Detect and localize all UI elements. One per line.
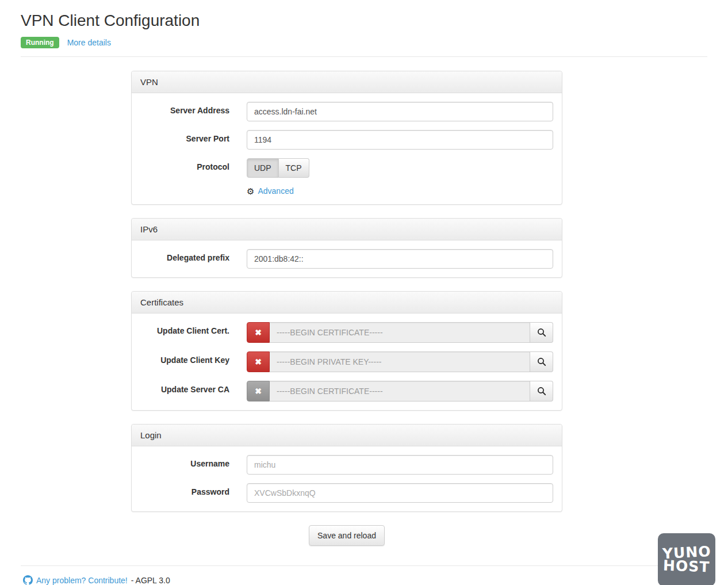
panel-ipv6: IPv6 Delegated prefix	[131, 218, 562, 278]
panel-login: Login Username Password	[131, 424, 562, 512]
panel-vpn: VPN Server Address Server Port Protocol	[131, 71, 562, 205]
yunohost-logo: YUNO HOST	[658, 533, 715, 585]
client-key-clear-button[interactable]: ✖	[247, 351, 270, 372]
page-footer: Any problem? Contribute! - AGPL 3.0	[21, 565, 707, 585]
server-address-label: Server Address	[140, 102, 247, 115]
username-row: Username	[140, 455, 553, 475]
page-title: VPN Client Configuration	[21, 12, 707, 30]
advanced-row: ⚙ Advanced	[247, 186, 553, 196]
client-key-row: Update Client Key ✖	[140, 351, 553, 372]
config-form: VPN Server Address Server Port Protocol	[131, 71, 562, 546]
server-ca-input[interactable]	[270, 381, 530, 402]
delegated-prefix-label: Delegated prefix	[140, 249, 247, 262]
page-header: VPN Client Configuration Running More de…	[21, 12, 707, 57]
github-icon	[23, 575, 33, 585]
client-cert-browse-button[interactable]	[530, 322, 553, 343]
status-row: Running More details	[21, 37, 707, 48]
panel-login-title: Login	[132, 425, 562, 446]
client-cert-input[interactable]	[270, 322, 530, 343]
server-port-row: Server Port	[140, 130, 553, 150]
license-text: - AGPL 3.0	[131, 576, 170, 585]
save-row: Save and reload	[131, 525, 562, 546]
client-key-input[interactable]	[270, 351, 530, 372]
search-icon	[537, 328, 546, 337]
status-badge: Running	[21, 37, 59, 48]
server-ca-row: Update Server CA ✖	[140, 381, 553, 402]
search-icon	[537, 387, 546, 396]
server-ca-browse-button[interactable]	[530, 381, 553, 402]
client-key-label: Update Client Key	[140, 351, 247, 365]
password-input[interactable]	[247, 483, 553, 503]
more-details-link[interactable]: More details	[67, 38, 111, 47]
server-port-label: Server Port	[140, 130, 247, 143]
protocol-udp-button[interactable]: UDP	[247, 158, 279, 178]
password-row: Password	[140, 483, 553, 503]
remove-icon: ✖	[255, 357, 262, 366]
password-label: Password	[140, 483, 247, 496]
search-icon	[537, 357, 546, 366]
panel-certificates-title: Certificates	[132, 292, 562, 313]
remove-icon: ✖	[255, 387, 262, 396]
header-divider	[21, 56, 707, 57]
gear-icon: ⚙	[247, 187, 254, 196]
yunohost-logo-line2: HOST	[663, 559, 710, 575]
username-label: Username	[140, 455, 247, 468]
protocol-label: Protocol	[140, 158, 247, 171]
advanced-link[interactable]: Advanced	[258, 186, 293, 196]
client-cert-label: Update Client Cert.	[140, 322, 247, 335]
username-input[interactable]	[247, 455, 553, 475]
vpn-client-config-page: VPN Client Configuration Running More de…	[0, 0, 728, 585]
delegated-prefix-row: Delegated prefix	[140, 249, 553, 269]
client-cert-clear-button[interactable]: ✖	[247, 322, 270, 343]
panel-ipv6-title: IPv6	[132, 219, 562, 240]
panel-vpn-title: VPN	[132, 71, 562, 93]
client-key-browse-button[interactable]	[530, 351, 553, 372]
save-and-reload-button[interactable]: Save and reload	[309, 525, 385, 546]
server-address-row: Server Address	[140, 102, 553, 121]
panel-certificates: Certificates Update Client Cert. ✖	[131, 291, 562, 411]
server-ca-label: Update Server CA	[140, 381, 247, 394]
protocol-tcp-button[interactable]: TCP	[279, 158, 309, 178]
protocol-row: Protocol UDP TCP	[140, 158, 553, 178]
delegated-prefix-input[interactable]	[247, 249, 553, 269]
protocol-toggle: UDP TCP	[247, 158, 309, 178]
client-cert-row: Update Client Cert. ✖	[140, 322, 553, 343]
server-ca-clear-button[interactable]: ✖	[247, 381, 270, 402]
contribute-link[interactable]: Any problem? Contribute!	[36, 576, 128, 585]
server-address-input[interactable]	[247, 102, 553, 121]
remove-icon: ✖	[255, 328, 262, 337]
server-port-input[interactable]	[247, 130, 553, 150]
